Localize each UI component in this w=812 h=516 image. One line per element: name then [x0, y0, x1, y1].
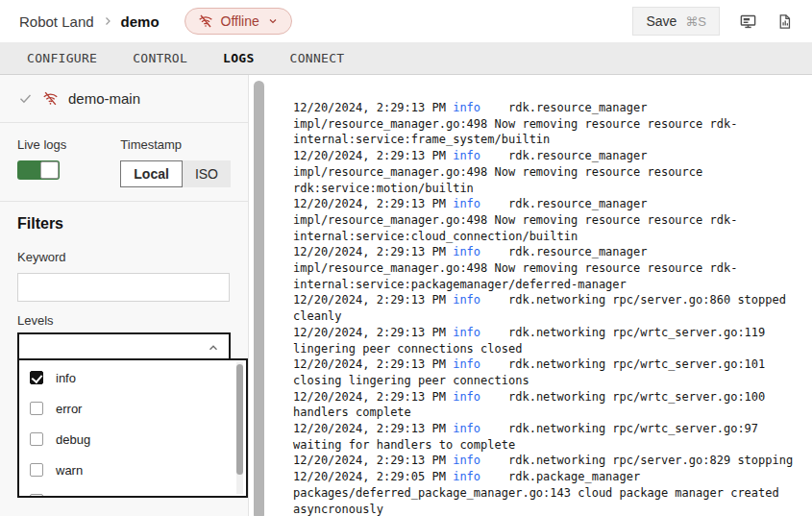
sidebar-scrollbar-thumb[interactable] — [254, 81, 264, 516]
log-timestamp: 12/20/2024, 2:29:13 PM — [293, 422, 453, 435]
chevron-down-icon — [267, 15, 279, 27]
log-level: info — [453, 197, 480, 210]
save-shortcut: ⌘S — [685, 14, 706, 29]
log-entry: 12/20/2024, 2:29:13 PM info rdk.networki… — [293, 292, 807, 324]
tab-configure[interactable]: CONFIGURE — [27, 51, 97, 65]
log-entry: 12/20/2024, 2:29:13 PM info rdk.networki… — [293, 453, 807, 469]
machine-status-badge[interactable]: Offline — [185, 8, 292, 35]
log-timestamp: 12/20/2024, 2:29:13 PM — [293, 390, 453, 404]
tab-connect[interactable]: CONNECT — [290, 51, 345, 65]
levels-option-error[interactable]: error — [19, 393, 246, 424]
file-chart-icon[interactable] — [776, 12, 793, 31]
chevron-up-icon — [207, 341, 220, 355]
levels-label: Levels — [17, 313, 231, 328]
main-content: demo-main Live logs Timestamp Local ISO … — [0, 75, 812, 516]
levels-option-partial[interactable] — [19, 485, 246, 498]
tab-control[interactable]: CONTROL — [133, 51, 187, 65]
levels-dropdown: infoerrordebugwarn — [17, 358, 248, 498]
wifi-off-icon — [42, 90, 59, 107]
monitor-icon[interactable] — [739, 12, 757, 31]
save-button[interactable]: Save ⌘S — [632, 7, 720, 36]
log-entry: 12/20/2024, 2:29:13 PM info rdk.resource… — [293, 196, 807, 244]
dropdown-scrollbar[interactable] — [236, 362, 243, 494]
log-timestamp: 12/20/2024, 2:29:13 PM — [293, 245, 453, 258]
log-level: info — [453, 245, 480, 258]
log-entry: 12/20/2024, 2:29:13 PM info rdk.networki… — [293, 356, 807, 388]
filters-title: Filters — [17, 215, 231, 233]
log-level: info — [453, 422, 480, 435]
timestamp-option-iso[interactable]: ISO — [183, 160, 231, 187]
levels-option-warn[interactable]: warn — [19, 455, 246, 485]
log-level: info — [453, 101, 480, 114]
log-level: info — [453, 293, 480, 307]
checkbox-info[interactable] — [30, 371, 43, 384]
wifi-off-icon — [198, 13, 213, 29]
part-name: demo-main — [68, 90, 140, 107]
filters-section: Filters Keyword Levels — [0, 202, 248, 362]
checkbox-debug[interactable] — [30, 432, 43, 446]
keyword-label: Keyword — [17, 250, 231, 264]
levels-option-label: warn — [56, 463, 83, 478]
sidebar-scrollbar[interactable] — [249, 75, 269, 516]
checkbox-warn[interactable] — [30, 463, 43, 477]
toggle-knob — [40, 161, 59, 179]
timestamp-option-local[interactable]: Local — [120, 160, 183, 187]
log-message: rdk.networking rpc/server.go:829 stoppin… — [480, 454, 793, 467]
levels-option-info[interactable]: info — [19, 362, 246, 393]
save-button-label: Save — [646, 13, 677, 29]
dropdown-scrollbar-thumb[interactable] — [236, 364, 243, 475]
breadcrumb-org-link[interactable]: Robot Land — [19, 13, 94, 30]
live-logs-toggle[interactable] — [17, 160, 60, 180]
log-timestamp: 12/20/2024, 2:29:13 PM — [293, 101, 453, 114]
part-row-demo-main[interactable]: demo-main — [0, 75, 248, 123]
logs-sidebar: demo-main Live logs Timestamp Local ISO … — [0, 75, 249, 516]
log-timestamp: 12/20/2024, 2:29:13 PM — [293, 293, 453, 307]
log-level: info — [453, 470, 480, 483]
log-controls: Live logs Timestamp Local ISO — [0, 123, 248, 202]
timestamp-segmented-control: Local ISO — [120, 160, 231, 187]
timestamp-label: Timestamp — [120, 137, 231, 152]
log-entry: 12/20/2024, 2:29:13 PM info rdk.resource… — [293, 148, 807, 196]
tab-bar: CONFIGURECONTROLLOGSCONNECT — [0, 42, 812, 75]
chevron-right-icon — [102, 15, 113, 27]
log-level: info — [453, 326, 480, 339]
levels-option-label: error — [56, 402, 82, 416]
live-logs-label: Live logs — [17, 137, 120, 152]
top-bar: Robot Land demo Offline Save ⌘S — [0, 0, 812, 42]
log-timestamp: 12/20/2024, 2:29:13 PM — [293, 357, 453, 371]
log-timestamp: 12/20/2024, 2:29:05 PM — [293, 470, 453, 483]
log-entry: 12/20/2024, 2:29:13 PM info rdk.networki… — [293, 325, 807, 356]
log-entry: 12/20/2024, 2:29:13 PM info rdk.networki… — [293, 389, 807, 421]
levels-option-debug[interactable]: debug — [19, 424, 246, 455]
log-entry: 12/20/2024, 2:29:13 PM info rdk.networki… — [293, 421, 807, 453]
breadcrumb-machine: demo — [121, 13, 160, 30]
log-entry: 12/20/2024, 2:29:13 PM info rdk.resource… — [293, 244, 807, 292]
levels-option-label: debug — [56, 432, 90, 447]
log-timestamp: 12/20/2024, 2:29:13 PM — [293, 149, 453, 162]
log-entry: 12/20/2024, 2:29:13 PM info rdk.resource… — [293, 100, 807, 148]
log-level: info — [453, 357, 480, 371]
check-icon — [18, 91, 33, 106]
keyword-input[interactable] — [17, 273, 230, 302]
log-timestamp: 12/20/2024, 2:29:13 PM — [293, 197, 453, 210]
log-level: info — [453, 454, 480, 467]
levels-dropdown-list: infoerrordebugwarn — [19, 360, 246, 498]
log-list: 12/20/2024, 2:29:13 PM info rdk.resource… — [269, 75, 807, 516]
log-timestamp: 12/20/2024, 2:29:13 PM — [293, 454, 453, 467]
status-badge-label: Offline — [221, 13, 259, 29]
checkbox-error[interactable] — [30, 402, 43, 415]
log-level: info — [453, 149, 480, 162]
log-timestamp: 12/20/2024, 2:29:13 PM — [293, 326, 453, 339]
breadcrumb: Robot Land demo — [19, 13, 160, 30]
log-panel: 12/20/2024, 2:29:13 PM info rdk.resource… — [269, 75, 812, 516]
log-level: info — [453, 390, 480, 404]
tab-logs[interactable]: LOGS — [223, 51, 255, 65]
log-entry: 12/20/2024, 2:29:05 PM info rdk.package_… — [293, 469, 807, 516]
levels-option-label: info — [56, 371, 76, 385]
checkbox-partial[interactable] — [30, 494, 43, 498]
topbar-actions: Save ⌘S — [632, 7, 793, 36]
